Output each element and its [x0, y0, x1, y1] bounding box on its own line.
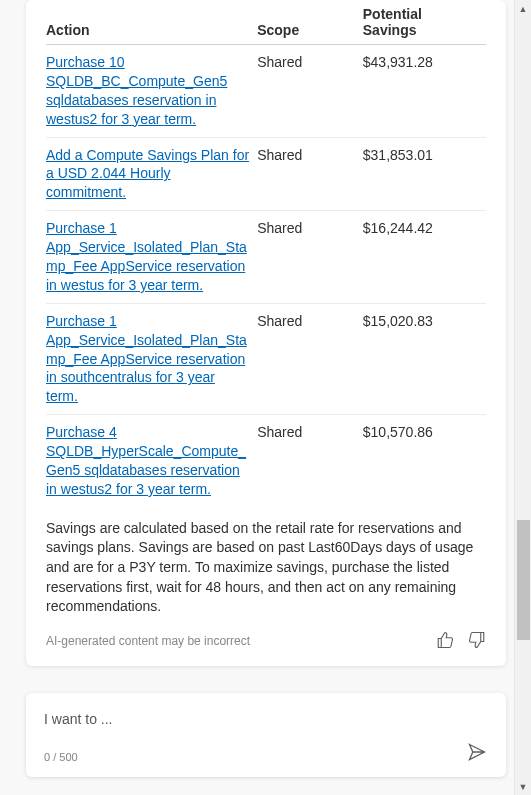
scroll-down-icon[interactable]: ▼ [515, 778, 531, 795]
savings-note: Savings are calculated based on the reta… [46, 519, 486, 617]
scope-cell: Shared [257, 137, 363, 211]
scope-cell: Shared [257, 211, 363, 304]
savings-cell: $10,570.86 [363, 415, 486, 507]
table-row: Add a Compute Savings Plan for a USD 2.0… [46, 137, 486, 211]
table-row: Purchase 10 SQLDB_BC_Compute_Gen5 sqldat… [46, 45, 486, 138]
action-link[interactable]: Purchase 10 SQLDB_BC_Compute_Gen5 sqldat… [46, 54, 227, 127]
chat-input-card[interactable]: I want to ... 0 / 500 [26, 693, 506, 777]
thumbs-up-icon[interactable] [436, 631, 454, 652]
savings-cell: $31,853.01 [363, 137, 486, 211]
header-action: Action [46, 0, 257, 45]
scope-cell: Shared [257, 415, 363, 507]
scrollbar-thumb[interactable] [517, 520, 530, 640]
table-row: Purchase 1 App_Service_Isolated_Plan_Sta… [46, 211, 486, 304]
scope-cell: Shared [257, 45, 363, 138]
send-icon[interactable] [466, 741, 488, 763]
char-counter: 0 / 500 [44, 751, 466, 763]
recommendations-table: Action Scope Potential Savings Purchase … [46, 0, 486, 507]
savings-cell: $16,244.42 [363, 211, 486, 304]
action-link[interactable]: Purchase 1 App_Service_Isolated_Plan_Sta… [46, 313, 247, 405]
table-row: Purchase 1 App_Service_Isolated_Plan_Sta… [46, 303, 486, 414]
scrollbar[interactable]: ▲ ▼ [514, 0, 531, 795]
table-row: Purchase 4 SQLDB_HyperScale_Compute_Gen5… [46, 415, 486, 507]
savings-cell: $43,931.28 [363, 45, 486, 138]
scroll-up-icon[interactable]: ▲ [515, 0, 531, 17]
chat-input[interactable]: I want to ... [44, 711, 466, 727]
scope-cell: Shared [257, 303, 363, 414]
action-link[interactable]: Purchase 4 SQLDB_HyperScale_Compute_Gen5… [46, 424, 246, 497]
savings-cell: $15,020.83 [363, 303, 486, 414]
header-scope: Scope [257, 0, 363, 45]
header-savings: Potential Savings [363, 0, 486, 45]
action-link[interactable]: Purchase 1 App_Service_Isolated_Plan_Sta… [46, 220, 247, 293]
ai-disclaimer: AI-generated content may be incorrect [46, 634, 250, 648]
recommendations-card: Action Scope Potential Savings Purchase … [26, 0, 506, 666]
thumbs-down-icon[interactable] [468, 631, 486, 652]
action-link[interactable]: Add a Compute Savings Plan for a USD 2.0… [46, 147, 249, 201]
